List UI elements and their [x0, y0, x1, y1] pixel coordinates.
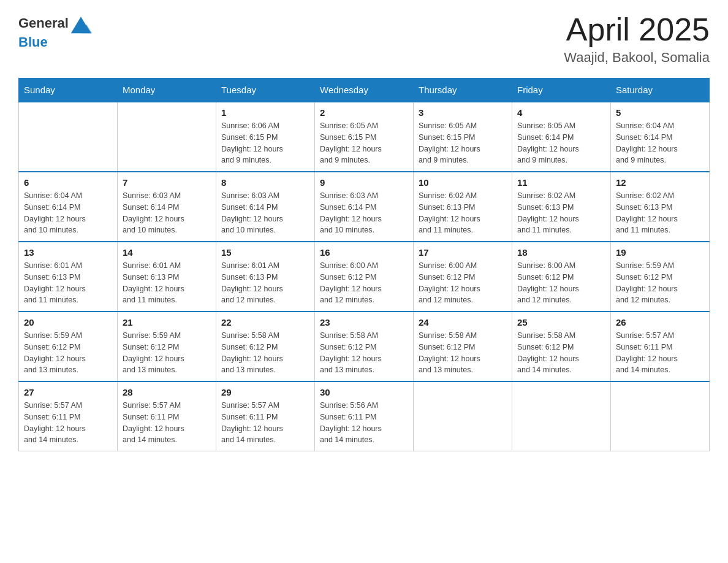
calendar-cell: [512, 381, 611, 451]
day-number: 26: [616, 317, 704, 327]
calendar-cell: [118, 102, 216, 172]
calendar-cell: 17Sunrise: 6:00 AM Sunset: 6:12 PM Dayli…: [414, 242, 512, 312]
day-info: Sunrise: 5:57 AM Sunset: 6:11 PM Dayligh…: [616, 330, 704, 376]
day-number: 27: [24, 387, 112, 397]
calendar-cell: [19, 102, 118, 172]
day-number: 28: [123, 387, 211, 397]
month-title: April 2025: [564, 12, 710, 47]
day-number: 7: [123, 177, 211, 188]
calendar-cell: 14Sunrise: 6:01 AM Sunset: 6:13 PM Dayli…: [118, 242, 216, 312]
calendar-cell: 23Sunrise: 5:58 AM Sunset: 6:12 PM Dayli…: [315, 312, 414, 381]
calendar-cell: [611, 381, 710, 451]
day-number: 1: [221, 107, 309, 118]
day-info: Sunrise: 6:02 AM Sunset: 6:13 PM Dayligh…: [616, 190, 704, 236]
day-number: 2: [320, 107, 408, 118]
calendar-cell: 27Sunrise: 5:57 AM Sunset: 6:11 PM Dayli…: [19, 381, 118, 451]
day-info: Sunrise: 6:03 AM Sunset: 6:14 PM Dayligh…: [123, 190, 211, 236]
day-info: Sunrise: 5:57 AM Sunset: 6:11 PM Dayligh…: [221, 400, 309, 446]
day-number: 15: [221, 247, 309, 258]
calendar-cell: 28Sunrise: 5:57 AM Sunset: 6:11 PM Dayli…: [118, 381, 216, 451]
weekday-header-monday: Monday: [118, 79, 216, 102]
weekday-header-saturday: Saturday: [611, 79, 710, 102]
header: General Blue April 2025 Waajid, Bakool, …: [18, 12, 710, 66]
calendar-cell: 18Sunrise: 6:00 AM Sunset: 6:12 PM Dayli…: [512, 242, 611, 312]
calendar-cell: 8Sunrise: 6:03 AM Sunset: 6:14 PM Daylig…: [216, 172, 315, 242]
day-info: Sunrise: 6:04 AM Sunset: 6:14 PM Dayligh…: [616, 120, 704, 166]
calendar-cell: 3Sunrise: 6:05 AM Sunset: 6:15 PM Daylig…: [414, 102, 512, 172]
day-info: Sunrise: 6:02 AM Sunset: 6:13 PM Dayligh…: [517, 190, 605, 236]
day-number: 18: [517, 247, 605, 258]
day-number: 6: [24, 177, 112, 188]
calendar-cell: 11Sunrise: 6:02 AM Sunset: 6:13 PM Dayli…: [512, 172, 611, 242]
logo-icon: [70, 12, 92, 34]
day-info: Sunrise: 5:58 AM Sunset: 6:12 PM Dayligh…: [419, 330, 507, 376]
day-number: 10: [419, 177, 507, 188]
calendar-cell: 15Sunrise: 6:01 AM Sunset: 6:13 PM Dayli…: [216, 242, 315, 312]
day-info: Sunrise: 6:03 AM Sunset: 6:14 PM Dayligh…: [221, 190, 309, 236]
day-info: Sunrise: 5:58 AM Sunset: 6:12 PM Dayligh…: [320, 330, 408, 376]
day-number: 11: [517, 177, 605, 188]
calendar-cell: 6Sunrise: 6:04 AM Sunset: 6:14 PM Daylig…: [19, 172, 118, 242]
day-number: 14: [123, 247, 211, 258]
calendar-cell: 22Sunrise: 5:58 AM Sunset: 6:12 PM Dayli…: [216, 312, 315, 381]
week-row-5: 27Sunrise: 5:57 AM Sunset: 6:11 PM Dayli…: [19, 381, 710, 451]
day-number: 16: [320, 247, 408, 258]
calendar-cell: 21Sunrise: 5:59 AM Sunset: 6:12 PM Dayli…: [118, 312, 216, 381]
day-info: Sunrise: 5:59 AM Sunset: 6:12 PM Dayligh…: [123, 330, 211, 376]
logo-text-general: General: [18, 15, 69, 31]
calendar-cell: 5Sunrise: 6:04 AM Sunset: 6:14 PM Daylig…: [611, 102, 710, 172]
day-info: Sunrise: 6:01 AM Sunset: 6:13 PM Dayligh…: [221, 260, 309, 306]
calendar-cell: 29Sunrise: 5:57 AM Sunset: 6:11 PM Dayli…: [216, 381, 315, 451]
calendar-cell: 1Sunrise: 6:06 AM Sunset: 6:15 PM Daylig…: [216, 102, 315, 172]
day-number: 12: [616, 177, 704, 188]
weekday-header-thursday: Thursday: [414, 79, 512, 102]
day-info: Sunrise: 6:01 AM Sunset: 6:13 PM Dayligh…: [24, 260, 112, 306]
day-info: Sunrise: 6:06 AM Sunset: 6:15 PM Dayligh…: [221, 120, 309, 166]
calendar-cell: 19Sunrise: 5:59 AM Sunset: 6:12 PM Dayli…: [611, 242, 710, 312]
day-number: 9: [320, 177, 408, 188]
day-info: Sunrise: 6:04 AM Sunset: 6:14 PM Dayligh…: [24, 190, 112, 236]
day-info: Sunrise: 6:00 AM Sunset: 6:12 PM Dayligh…: [419, 260, 507, 306]
weekday-header-wednesday: Wednesday: [315, 79, 414, 102]
calendar-cell: 10Sunrise: 6:02 AM Sunset: 6:13 PM Dayli…: [414, 172, 512, 242]
day-number: 24: [419, 317, 507, 327]
weekday-header-row: SundayMondayTuesdayWednesdayThursdayFrid…: [19, 79, 710, 102]
day-info: Sunrise: 6:00 AM Sunset: 6:12 PM Dayligh…: [320, 260, 408, 306]
day-number: 3: [419, 107, 507, 118]
day-number: 21: [123, 317, 211, 327]
day-info: Sunrise: 6:01 AM Sunset: 6:13 PM Dayligh…: [123, 260, 211, 306]
weekday-header-friday: Friday: [512, 79, 611, 102]
day-number: 19: [616, 247, 704, 258]
calendar-table: SundayMondayTuesdayWednesdayThursdayFrid…: [18, 78, 710, 451]
calendar-cell: 4Sunrise: 6:05 AM Sunset: 6:14 PM Daylig…: [512, 102, 611, 172]
day-number: 8: [221, 177, 309, 188]
weekday-header-tuesday: Tuesday: [216, 79, 315, 102]
calendar-cell: 25Sunrise: 5:58 AM Sunset: 6:12 PM Dayli…: [512, 312, 611, 381]
calendar-cell: 16Sunrise: 6:00 AM Sunset: 6:12 PM Dayli…: [315, 242, 414, 312]
calendar-cell: 20Sunrise: 5:59 AM Sunset: 6:12 PM Dayli…: [19, 312, 118, 381]
day-info: Sunrise: 5:58 AM Sunset: 6:12 PM Dayligh…: [221, 330, 309, 376]
day-info: Sunrise: 6:05 AM Sunset: 6:14 PM Dayligh…: [517, 120, 605, 166]
logo: General Blue: [18, 12, 92, 50]
day-number: 29: [221, 387, 309, 397]
day-info: Sunrise: 6:02 AM Sunset: 6:13 PM Dayligh…: [419, 190, 507, 236]
day-info: Sunrise: 5:57 AM Sunset: 6:11 PM Dayligh…: [123, 400, 211, 446]
calendar-cell: 7Sunrise: 6:03 AM Sunset: 6:14 PM Daylig…: [118, 172, 216, 242]
day-number: 30: [320, 387, 408, 397]
calendar-cell: 13Sunrise: 6:01 AM Sunset: 6:13 PM Dayli…: [19, 242, 118, 312]
day-number: 22: [221, 317, 309, 327]
day-number: 4: [517, 107, 605, 118]
weekday-header-sunday: Sunday: [19, 79, 118, 102]
day-number: 23: [320, 317, 408, 327]
day-number: 17: [419, 247, 507, 258]
week-row-3: 13Sunrise: 6:01 AM Sunset: 6:13 PM Dayli…: [19, 242, 710, 312]
calendar-cell: 2Sunrise: 6:05 AM Sunset: 6:15 PM Daylig…: [315, 102, 414, 172]
day-number: 5: [616, 107, 704, 118]
day-number: 20: [24, 317, 112, 327]
day-info: Sunrise: 6:05 AM Sunset: 6:15 PM Dayligh…: [320, 120, 408, 166]
day-info: Sunrise: 5:59 AM Sunset: 6:12 PM Dayligh…: [616, 260, 704, 306]
week-row-1: 1Sunrise: 6:06 AM Sunset: 6:15 PM Daylig…: [19, 102, 710, 172]
day-info: Sunrise: 6:03 AM Sunset: 6:14 PM Dayligh…: [320, 190, 408, 236]
calendar-cell: 12Sunrise: 6:02 AM Sunset: 6:13 PM Dayli…: [611, 172, 710, 242]
day-info: Sunrise: 5:58 AM Sunset: 6:12 PM Dayligh…: [517, 330, 605, 376]
